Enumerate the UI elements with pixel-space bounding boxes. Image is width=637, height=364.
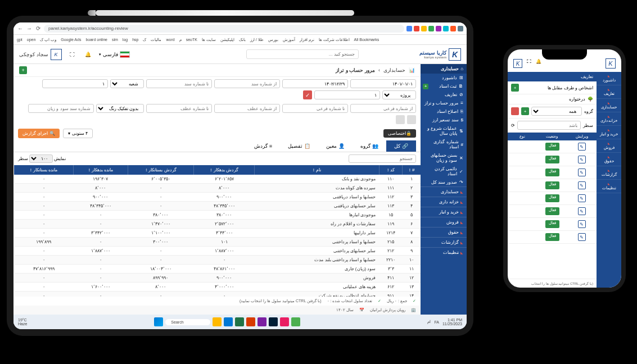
sidebar-item[interactable]: ✓دائمی کردن اسناد: [421, 165, 467, 178]
bookmark-item[interactable]: ک: [143, 38, 146, 42]
sidebar-group[interactable]: ◣فروش: [421, 217, 467, 227]
sidebar-group[interactable]: ◣حقوق: [421, 227, 467, 237]
user-menu[interactable]: K سجاد کوچکی: [19, 49, 62, 60]
plus-badge[interactable]: +: [423, 84, 428, 89]
page-size[interactable]: ۱۰۰: [29, 154, 53, 163]
from-ref[interactable]: [214, 104, 280, 113]
color-sep[interactable]: بدون تفکیک رنگ: [96, 104, 144, 113]
phone-row[interactable]: ✎فعال: [508, 166, 597, 179]
phone-row[interactable]: ✎فعال: [508, 179, 597, 192]
table-scroll[interactable]: # ↕کد ↕نام ↕گردش بدهکار ↕گردش بستانکار ↕…: [13, 165, 421, 297]
phone-row[interactable]: ✎فعال: [508, 205, 597, 218]
sidebar-group[interactable]: ◣خرید و انبار: [421, 207, 467, 217]
tab-total[interactable]: 🔗کل: [386, 140, 416, 152]
app-icon[interactable]: [235, 317, 244, 326]
edit-button[interactable]: ✎: [578, 194, 586, 202]
start-button[interactable]: [154, 317, 163, 326]
project-val[interactable]: [314, 90, 380, 99]
type-select[interactable]: همه: [531, 107, 582, 116]
run-report-button[interactable]: 🔍اجرای گزارش: [18, 129, 60, 138]
table-row[interactable]: ۱۴۹۱۱حسابهای انتظامی به نفع شرکت۰۰۰۰: [14, 292, 421, 297]
app-icon[interactable]: [291, 317, 300, 326]
col-header[interactable]: گردش بدهکار ↕: [194, 165, 255, 175]
from-date[interactable]: [350, 79, 416, 88]
app-icon[interactable]: [269, 317, 278, 326]
lang-2[interactable]: FA: [434, 320, 439, 324]
sidebar-item[interactable]: ↷صدور سند کل: [421, 178, 467, 186]
tab-main[interactable]: 👤معین: [318, 140, 353, 152]
delete-icon[interactable]: [511, 107, 519, 115]
bookmark-item[interactable]: سایت ها: [202, 38, 216, 42]
table-row[interactable]: ۸۲۱۵حسابها و اسناد پرداختنی۱۰۱۳۰۰٬۰۰۰۰۱۹…: [14, 238, 421, 247]
branch-val[interactable]: [42, 79, 108, 88]
phone-row[interactable]: ✎فعال: [508, 140, 597, 153]
table-row[interactable]: ۴۱۱۳سایر حسابهای دریافتنی۴۸٬۳۴۵٬۰۰۰۰۴۸٬۳…: [14, 202, 421, 211]
bookmark-item[interactable]: آموزش: [283, 38, 295, 42]
table-row[interactable]: ۱۱۳٬۳سود (زیان) جاری۴۸٬۸۶۱٬۰۰۰۱۸٬۰۰۴٬۰۰۰…: [14, 265, 421, 274]
ext-icon[interactable]: [406, 26, 412, 31]
ext-icon[interactable]: [458, 26, 463, 31]
tab-group[interactable]: 👥گروه: [353, 140, 386, 152]
phone-sidebar-item[interactable]: ◣داشبورد: [597, 72, 621, 85]
edit-button[interactable]: ✎: [578, 156, 586, 163]
table-row[interactable]: ۹۲۱۲سایر حسابهای پرداختنی۱٬۸۸۷٬۰۰۰۰۱٬۸۸۷…: [14, 247, 421, 256]
add-button[interactable]: +: [511, 84, 519, 92]
col-header[interactable]: گردش بستانکار ↕: [128, 165, 193, 175]
gray-toggle-2[interactable]: [396, 115, 405, 124]
ext-icon[interactable]: [428, 26, 434, 31]
app-icon[interactable]: [246, 317, 255, 326]
weather-widget[interactable]: 19°C Haze: [18, 318, 27, 326]
phone-table-body[interactable]: ✎فعال✎فعال✎فعال✎فعال✎فعال✎فعال✎فعال✎فعال: [508, 140, 597, 279]
table-row[interactable]: ۶۱۱۹سفارشات و اقلام در راه۲٬۵۷۲٬۰۰۰۱٬۴۷۰…: [14, 220, 421, 229]
url-bar[interactable]: panel.kariyasystem.ir/accounting-review: [44, 25, 404, 33]
phone-sidebar-item[interactable]: ◣حسابداری: [597, 99, 621, 112]
col-status[interactable]: وضعیت: [537, 133, 567, 140]
toggle-check[interactable]: ✓: [303, 90, 312, 99]
ext-icon[interactable]: [421, 26, 427, 31]
to-ref[interactable]: [146, 104, 212, 113]
bookmark-item[interactable]: log: [123, 38, 128, 42]
sidebar-item[interactable]: $سند تسعیر ارز: [421, 116, 467, 124]
add-group[interactable]: +: [521, 107, 529, 115]
table-row[interactable]: ۲۱۱۱سپرده های کوتاه مدت۸٬۰۰۰۰۸٬۰۰۰۰: [14, 184, 421, 193]
col-header[interactable]: مانده بدهکار ↕: [74, 165, 128, 175]
phone-row[interactable]: ✎فعال: [508, 192, 597, 205]
table-search[interactable]: [349, 154, 416, 163]
tab-turnover[interactable]: ≡گردش: [246, 140, 280, 152]
search-input[interactable]: [517, 121, 581, 130]
bookmark-item[interactable]: word: [166, 38, 174, 42]
columns-button[interactable]: ۴ ستونی ▾: [63, 129, 93, 138]
phone-sidebar-item[interactable]: ◣فروش: [597, 139, 621, 153]
add-button[interactable]: +: [19, 66, 27, 74]
bookmark-item[interactable]: seoTK: [186, 38, 197, 42]
avatar[interactable]: K: [513, 59, 522, 68]
sidebar-item[interactable]: ⊘تعاریف: [421, 90, 467, 99]
edit-button[interactable]: ✎: [578, 207, 586, 215]
edit-button[interactable]: ✎: [578, 169, 586, 176]
back-icon[interactable]: ←: [17, 25, 24, 32]
ext-icon[interactable]: [414, 26, 419, 31]
table-row[interactable]: ۱۲۴۱۱فروش۹۰۰٬۰۰۰۸۹۹٬۹۹۰۰۰: [14, 274, 421, 283]
exclusive-button[interactable]: 🔒اختصاصی: [383, 129, 416, 138]
table-row[interactable]: ۳۱۱۲حسابها و اسناد دریافتنی۹۰۰٬۰۰۰۰۹۰۰٬۰…: [14, 193, 421, 202]
bookmark-item[interactable]: مالیات: [151, 38, 161, 42]
branch-select[interactable]: شعبه: [110, 79, 144, 88]
phone-row[interactable]: ✎فعال: [508, 218, 597, 231]
sidebar-group[interactable]: ◣خزانه داری: [421, 197, 467, 207]
phone-row[interactable]: ✎فعال: [508, 153, 597, 166]
bookmark-item[interactable]: بورس: [268, 38, 278, 42]
bookmark-item[interactable]: م: [179, 38, 182, 42]
forward-icon[interactable]: →: [26, 25, 33, 32]
ext-icon[interactable]: [443, 26, 449, 31]
app-icon[interactable]: [224, 317, 233, 326]
to-date[interactable]: [282, 79, 348, 88]
to-sub[interactable]: [282, 104, 348, 113]
lang-1[interactable]: ام: [427, 320, 431, 324]
app-icon[interactable]: [280, 317, 289, 326]
sidebar-item[interactable]: #شماره گذاری اسناد: [421, 138, 467, 151]
sidebar-item[interactable]: ✕بستن حسابهای سود و زیان: [421, 151, 467, 165]
doc-pl[interactable]: [28, 104, 94, 113]
bell-icon[interactable]: 🔔: [83, 49, 93, 60]
expand-icon[interactable]: ⛶: [527, 59, 531, 68]
col-header[interactable]: # ↕: [403, 165, 421, 175]
